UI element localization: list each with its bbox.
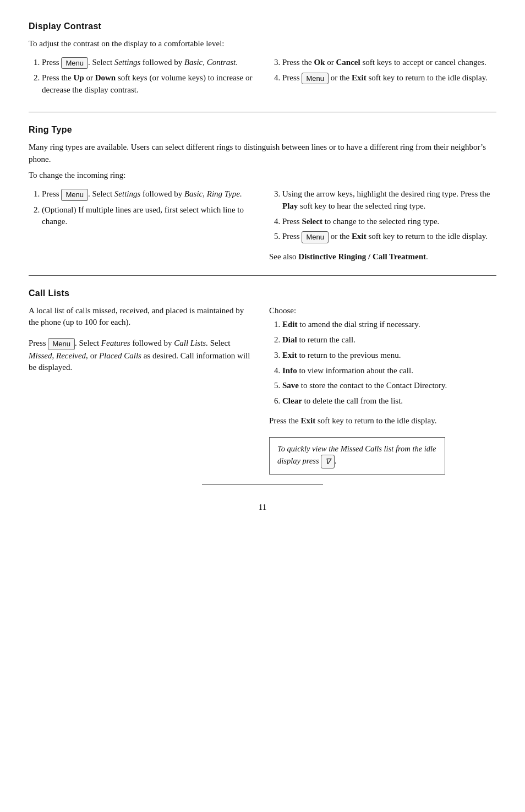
ring-type-title: Ring Type	[29, 123, 496, 136]
down-key: Down	[95, 73, 116, 82]
settings-text: Settings	[114, 58, 141, 67]
ring-type-section: Ring Type Many ring types are available.…	[29, 123, 496, 263]
menu-button: Menu	[48, 338, 75, 350]
list-item: Clear to delete the call from the list.	[282, 395, 496, 407]
display-contrast-title: Display Contrast	[29, 20, 496, 32]
dial-key: Dial	[282, 335, 297, 344]
list-item: Dial to return the call.	[282, 334, 496, 346]
list-item: Save to store the contact to the Contact…	[282, 380, 496, 392]
info-key: Info	[282, 366, 297, 375]
list-item: Press the Up or Down soft keys (or volum…	[42, 72, 256, 96]
list-item: Press Menu or the Exit soft key to retur…	[282, 72, 496, 84]
exit-key: Exit	[352, 232, 367, 241]
divider-1	[29, 112, 496, 112]
basic-ringtype-text: Basic, Ring Type.	[184, 189, 242, 198]
ok-key: Ok	[314, 58, 325, 67]
list-item: Press Menu. Select Settings followed by …	[42, 188, 256, 200]
exit-note: Press the Exit soft key to return to the…	[269, 415, 496, 427]
see-also: See also Distinctive Ringing / Call Trea…	[269, 251, 496, 263]
menu-button: Menu	[302, 73, 329, 85]
call-lists-instructions: Press Menu. Select Features followed by …	[29, 337, 256, 374]
display-contrast-section: Display Contrast To adjust the contrast …	[29, 20, 496, 100]
display-contrast-columns: Press Menu. Select Settings followed by …	[29, 55, 496, 100]
placed-calls-text: Placed Calls	[99, 351, 141, 360]
ring-type-intro: Many ring types are available. Users can…	[29, 141, 496, 166]
edit-key: Edit	[282, 320, 298, 329]
tip-box: To quickly view the Missed Calls list fr…	[269, 437, 445, 475]
call-lists-text: Call Lists.	[174, 339, 208, 347]
menu-button: Menu	[61, 57, 88, 69]
divider-2	[29, 275, 496, 276]
missed-received-text: Missed, Received,	[29, 351, 88, 360]
exit-key-note: Exit	[301, 416, 316, 425]
select-key: Select	[302, 217, 322, 226]
distinctive-ringing-link: Distinctive Ringing / Call Treatment	[298, 252, 426, 261]
list-item: Info to view information about the call.	[282, 365, 496, 377]
list-item: Using the arrow keys, highlight the desi…	[282, 188, 496, 212]
call-lists-columns: A local list of calls missed, received, …	[29, 305, 496, 475]
list-item: Press Select to change to the selected r…	[282, 216, 496, 228]
save-key: Save	[282, 381, 299, 390]
call-lists-section: Call Lists A local list of calls missed,…	[29, 287, 496, 475]
down-arrow-button: ∇	[321, 455, 335, 468]
basic-contrast-text: Basic, Contrast	[184, 58, 236, 67]
page-number: 11	[29, 502, 496, 514]
bottom-divider	[202, 484, 323, 485]
tip-text: To quickly view the Missed Calls list fr…	[277, 444, 436, 465]
play-key: Play	[282, 201, 298, 210]
display-contrast-right: Press the Ok or Cancel soft keys to acce…	[269, 55, 496, 100]
call-lists-title: Call Lists	[29, 287, 496, 299]
call-lists-right: Choose: Edit to amend the dial string if…	[269, 305, 496, 475]
ring-type-intro2: To change the incoming ring:	[29, 170, 496, 182]
list-item: (Optional) If multiple lines are used, f…	[42, 204, 256, 228]
call-lists-intro: A local list of calls missed, received, …	[29, 305, 256, 329]
list-item: Exit to return to the previous menu.	[282, 350, 496, 362]
settings-text: Settings	[114, 189, 141, 198]
ring-type-left: Press Menu. Select Settings followed by …	[29, 186, 256, 263]
up-key: Up	[74, 73, 84, 82]
menu-button: Menu	[302, 231, 329, 243]
clear-key: Clear	[282, 396, 302, 405]
ring-type-right: Using the arrow keys, highlight the desi…	[269, 186, 496, 263]
cancel-key: Cancel	[336, 58, 360, 67]
display-contrast-intro: To adjust the contrast on the display to…	[29, 38, 496, 50]
ring-type-columns: Press Menu. Select Settings followed by …	[29, 186, 496, 263]
display-contrast-left: Press Menu. Select Settings followed by …	[29, 55, 256, 100]
list-item: Press Menu. Select Settings followed by …	[42, 57, 256, 69]
call-lists-left: A local list of calls missed, received, …	[29, 305, 256, 475]
list-item: Press Menu or the Exit soft key to retur…	[282, 231, 496, 243]
menu-button: Menu	[61, 189, 88, 201]
list-item: Press the Ok or Cancel soft keys to acce…	[282, 57, 496, 69]
exit-key: Exit	[282, 351, 297, 359]
features-text: Features	[101, 339, 130, 347]
exit-key: Exit	[352, 73, 367, 82]
choose-label: Choose:	[269, 305, 496, 317]
list-item: Edit to amend the dial string if necessa…	[282, 319, 496, 331]
